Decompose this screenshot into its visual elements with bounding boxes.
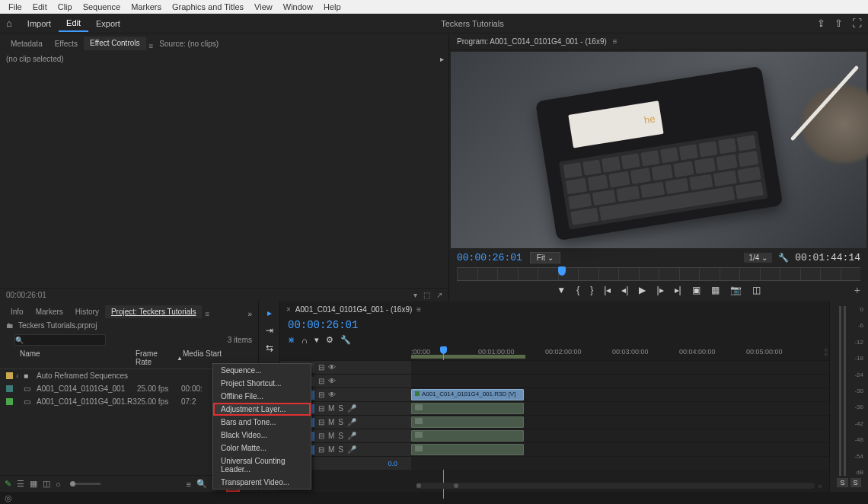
tab-info[interactable]: Info xyxy=(5,305,30,318)
col-framerate[interactable]: Frame Rate xyxy=(136,349,174,366)
menu-item-sequence-[interactable]: Sequence... xyxy=(213,364,311,377)
freeform-view-icon[interactable]: ◫ xyxy=(43,479,50,489)
scroll-bullet[interactable]: ○ xyxy=(824,351,828,358)
track-content[interactable] xyxy=(411,375,829,388)
thumb-size-slider[interactable] xyxy=(70,483,101,485)
playhead-icon[interactable] xyxy=(558,266,566,276)
menu-file[interactable]: File xyxy=(3,2,27,11)
mute-icon[interactable]: M xyxy=(328,432,334,440)
track-content[interactable] xyxy=(411,443,829,456)
voiceover-icon[interactable]: 🎤 xyxy=(347,418,356,426)
rw-toggle-icon[interactable]: ✎ xyxy=(5,479,11,489)
audio-clip[interactable] xyxy=(411,403,524,414)
tab-effects[interactable]: Effects xyxy=(49,37,84,50)
sync-lock-icon[interactable]: ⊟ xyxy=(318,404,324,413)
audio-clip[interactable] xyxy=(411,444,524,455)
filter-icon[interactable]: ▾ xyxy=(413,291,417,299)
label-swatch[interactable] xyxy=(6,385,13,392)
solo-icon[interactable]: S xyxy=(338,432,343,440)
audio-clip[interactable] xyxy=(411,430,524,442)
program-video-preview[interactable]: he xyxy=(451,52,866,248)
sort-icon[interactable]: ≡ xyxy=(187,480,191,489)
voiceover-icon[interactable]: 🎤 xyxy=(347,404,356,413)
tab-metadata[interactable]: Metadata xyxy=(5,37,49,50)
scroll-bullet[interactable]: ○ xyxy=(818,483,822,490)
sort-asc-icon[interactable]: ▲ xyxy=(177,355,183,362)
play-icon[interactable]: ▶ xyxy=(639,285,646,295)
eye-icon[interactable]: 👁 xyxy=(328,363,336,372)
eye-icon[interactable]: 👁 xyxy=(328,391,336,399)
cc-icon[interactable]: ◎ xyxy=(5,493,12,503)
linked-sel-icon[interactable]: ∩ xyxy=(302,336,308,345)
comparison-icon[interactable]: ◫ xyxy=(752,285,761,295)
button-editor-plus-icon[interactable]: + xyxy=(854,284,860,296)
zoom-out-icon[interactable]: ○ xyxy=(56,480,61,489)
add-marker-icon[interactable]: ▼ xyxy=(557,285,566,295)
timeline-timecode[interactable]: 00:00:26:01 xyxy=(288,319,358,331)
mark-in-icon[interactable]: { xyxy=(576,285,579,295)
solo-icon[interactable]: S xyxy=(338,404,343,413)
menu-item-color-matte-[interactable]: Color Matte... xyxy=(213,442,311,455)
settings-icon[interactable]: ⚙ xyxy=(326,335,333,345)
project-search-input[interactable] xyxy=(14,334,106,346)
ws-export-tab[interactable]: Export xyxy=(88,16,128,31)
snap-icon[interactable]: ⋇ xyxy=(288,335,295,345)
sync-lock-icon[interactable]: ⊟ xyxy=(318,377,324,385)
menu-item-adjustment-layer-[interactable]: Adjustment Layer... xyxy=(213,403,311,416)
marker-icon[interactable]: ▾ xyxy=(314,335,319,345)
find-icon[interactable]: 🔍 xyxy=(196,479,207,489)
work-area-bar[interactable] xyxy=(411,355,525,359)
list-view-icon[interactable]: ☰ xyxy=(17,479,24,489)
mute-icon[interactable]: M xyxy=(328,418,334,426)
menu-help[interactable]: Help xyxy=(318,2,346,11)
zoom-fit-dropdown[interactable]: Fit ⌄ xyxy=(530,252,560,263)
fullscreen-icon[interactable]: ⛶ xyxy=(852,18,862,29)
menu-window[interactable]: Window xyxy=(278,2,318,11)
voiceover-icon[interactable]: 🎤 xyxy=(347,432,356,440)
solo-icon[interactable]: S xyxy=(338,445,343,454)
menu-item-bars-and-tone-[interactable]: Bars and Tone... xyxy=(213,416,311,429)
menu-view[interactable]: View xyxy=(249,2,278,11)
project-panel-menu-icon[interactable]: ≡ xyxy=(205,310,209,318)
timeline-ruler[interactable]: :00:00 00:01:00:00 00:02:00:00 00:03:00:… xyxy=(411,346,829,360)
settings-icon[interactable]: 🔧 xyxy=(778,253,789,263)
lift-icon[interactable]: ▣ xyxy=(692,285,700,295)
eye-icon[interactable]: 👁 xyxy=(328,377,336,385)
in-out-icon[interactable]: ⬚ xyxy=(423,291,430,299)
program-timecode[interactable]: 00:00:26:01 xyxy=(457,252,522,263)
wrench-icon[interactable]: 🔧 xyxy=(340,335,351,345)
home-icon[interactable]: ⌂ xyxy=(6,18,12,29)
solo-left[interactable]: S xyxy=(837,478,847,487)
ws-edit-tab[interactable]: Edit xyxy=(59,15,88,32)
program-scrubber[interactable] xyxy=(457,267,860,281)
menu-sequence[interactable]: Sequence xyxy=(78,2,126,11)
quick-export-icon[interactable]: ⇪ xyxy=(817,18,825,29)
menu-markers[interactable]: Markers xyxy=(126,2,167,11)
tab-markers[interactable]: Markers xyxy=(30,305,69,318)
video-clip[interactable]: A001_C014_0101G4_001.R3D [V] xyxy=(411,389,524,400)
solo-right[interactable]: S xyxy=(850,478,861,487)
menu-item-black-video-[interactable]: Black Video... xyxy=(213,429,311,442)
timeline-panel-menu-icon[interactable]: ≡ xyxy=(416,305,421,314)
sequence-name[interactable]: A001_C014_0101G4_001 - (16x9) xyxy=(295,305,412,314)
voiceover-icon[interactable]: 🎤 xyxy=(347,445,356,454)
menu-item-offline-file-[interactable]: Offline File... xyxy=(213,390,311,403)
selection-tool-icon[interactable]: ▸ xyxy=(267,308,272,318)
export-frame-icon[interactable]: ↗ xyxy=(436,291,442,299)
mute-icon[interactable]: M xyxy=(328,445,334,454)
sync-lock-icon[interactable]: ⊟ xyxy=(318,445,324,454)
audio-clip[interactable] xyxy=(411,416,524,428)
playback-res-dropdown[interactable]: 1/4 ⌄ xyxy=(744,253,772,263)
track-content[interactable]: A001_C014_0101G4_001.R3D [V] xyxy=(411,388,829,401)
track-content[interactable] xyxy=(411,457,829,470)
step-fwd-icon[interactable]: |▸ xyxy=(656,285,663,295)
mix-value[interactable]: 0.0 xyxy=(388,460,397,467)
sync-lock-icon[interactable]: ⊟ xyxy=(318,418,324,426)
export-frame-icon[interactable]: 📷 xyxy=(730,285,742,295)
share-icon[interactable]: ⇧ xyxy=(834,18,843,29)
more-tabs-icon[interactable]: » xyxy=(241,310,258,318)
solo-icon[interactable]: S xyxy=(338,418,343,426)
col-name[interactable]: Name xyxy=(6,349,136,366)
sync-lock-icon[interactable]: ⊟ xyxy=(318,432,324,440)
step-back-icon[interactable]: ◂| xyxy=(621,285,628,295)
